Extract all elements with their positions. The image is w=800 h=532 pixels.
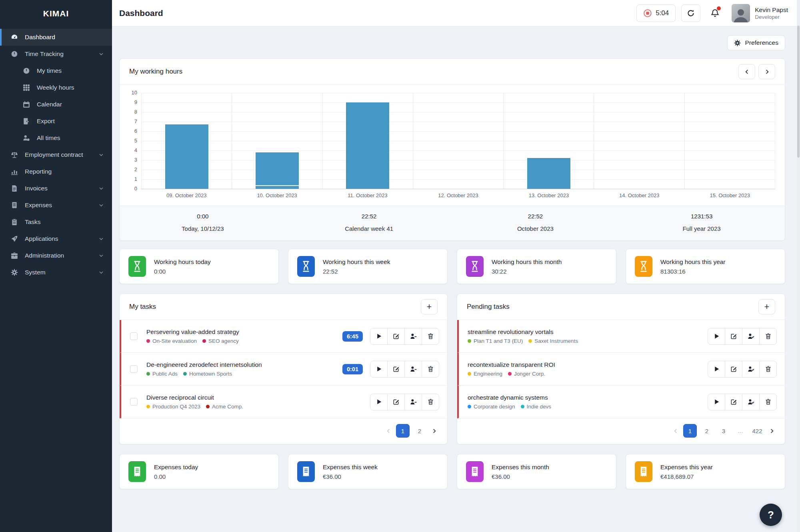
edit-button[interactable] — [725, 328, 742, 345]
sidebar-item-dashboard[interactable]: Dashboard — [0, 29, 112, 46]
page-button-1[interactable]: 1 — [683, 424, 697, 438]
sidebar-item-expenses[interactable]: Expenses — [0, 197, 112, 214]
sidebar-item-applications[interactable]: Applications — [0, 230, 112, 247]
user-minus-button[interactable] — [404, 394, 422, 410]
sidebar-item-employment-contract[interactable]: Employment contract — [0, 146, 112, 163]
briefcase-icon — [11, 252, 18, 259]
task-title[interactable]: Persevering value-added strategy — [146, 328, 342, 336]
chart-day-column — [503, 93, 594, 189]
add-task-button[interactable]: + — [758, 299, 775, 314]
bar[interactable] — [256, 186, 299, 189]
task-title[interactable]: orchestrate dynamic systems — [468, 394, 708, 401]
page-button-2[interactable]: 2 — [413, 424, 426, 438]
bar[interactable] — [256, 152, 299, 185]
refresh-button[interactable] — [681, 4, 700, 22]
stat-label: Expenses this year — [660, 464, 713, 471]
user-clock-icon — [23, 134, 30, 142]
preferences-button[interactable]: Preferences — [727, 35, 785, 50]
x-tick-label: 11. October 2023 — [322, 192, 413, 198]
task-title[interactable]: streamline revolutionary vortals — [468, 328, 708, 336]
y-tick-label: 5 — [134, 138, 137, 144]
sidebar-item-weekly-hours[interactable]: Weekly hours — [0, 79, 112, 96]
task-title[interactable]: Diverse reciprocal circuit — [146, 394, 370, 401]
page-button-3[interactable]: 3 — [717, 424, 730, 438]
task-checkbox[interactable] — [130, 365, 138, 373]
sidebar-item-label: Calendar — [37, 101, 104, 108]
edit-button[interactable] — [387, 361, 405, 378]
play-button[interactable] — [370, 328, 388, 345]
user-check-icon — [748, 366, 754, 372]
page-prev-button[interactable] — [384, 424, 393, 438]
sidebar-item-reporting[interactable]: Reporting — [0, 163, 112, 180]
user-check-button[interactable] — [742, 394, 760, 410]
bar[interactable] — [346, 102, 389, 189]
preferences-label: Preferences — [745, 39, 778, 46]
page-button-422[interactable]: 422 — [750, 424, 764, 438]
sidebar-item-time-tracking[interactable]: Time Tracking — [0, 46, 112, 62]
trash-button[interactable] — [759, 328, 777, 345]
vertical-scrollbar[interactable] — [797, 0, 800, 532]
play-button[interactable] — [370, 394, 388, 410]
active-timer-button[interactable]: 5:04 — [636, 4, 676, 22]
add-task-button[interactable]: + — [421, 299, 438, 314]
play-button[interactable] — [708, 394, 725, 410]
chart-day-column — [322, 93, 413, 189]
task-checkbox[interactable] — [130, 332, 138, 340]
sidebar-item-tasks[interactable]: Tasks — [0, 214, 112, 230]
chart-prev-button[interactable] — [738, 64, 755, 79]
sidebar-item-export[interactable]: Export — [0, 113, 112, 130]
task-row: orchestrate dynamic systems Corporate de… — [457, 386, 785, 418]
help-button[interactable]: ? — [760, 504, 782, 526]
play-icon — [376, 333, 382, 340]
scrollbar-thumb[interactable] — [797, 26, 800, 158]
sidebar-item-administration[interactable]: Administration — [0, 247, 112, 264]
trash-button[interactable] — [759, 361, 777, 378]
page-prev-button[interactable] — [671, 424, 680, 438]
page-next-button[interactable] — [430, 424, 438, 438]
user-menu[interactable]: Kevin Papst Developer — [732, 4, 788, 22]
sidebar-item-invoices[interactable]: Invoices — [0, 180, 112, 197]
hourglass-icon — [635, 256, 652, 277]
y-tick-label: 1 — [134, 176, 137, 182]
trash-button[interactable] — [422, 394, 439, 410]
sidebar-item-calendar[interactable]: Calendar — [0, 96, 112, 113]
edit-button[interactable] — [387, 394, 405, 410]
page-button-2[interactable]: 2 — [700, 424, 714, 438]
user-check-button[interactable] — [742, 361, 760, 378]
task-title[interactable]: recontextualize transparent ROI — [468, 361, 708, 368]
receipt-stat-icon — [297, 461, 315, 482]
tag-dot — [183, 372, 187, 376]
user-minus-button[interactable] — [404, 361, 422, 378]
grid-icon — [23, 84, 30, 91]
expenses-stats-row: Expenses today 0.00 Expenses this week €… — [119, 454, 785, 489]
edit-button[interactable] — [725, 361, 742, 378]
x-tick-label: 10. October 2023 — [232, 192, 322, 198]
x-tick-label: 12. October 2023 — [413, 192, 503, 198]
trash-button[interactable] — [759, 394, 777, 410]
page-next-button[interactable] — [767, 424, 776, 438]
task-actions — [370, 361, 439, 378]
stop-circle-icon — [643, 9, 652, 18]
task-checkbox[interactable] — [130, 398, 138, 406]
edit-button[interactable] — [725, 394, 742, 410]
play-button[interactable] — [708, 328, 725, 345]
play-icon — [713, 333, 720, 340]
user-check-button[interactable] — [742, 328, 760, 345]
sidebar-item-all-times[interactable]: All times — [0, 130, 112, 146]
chart-next-button[interactable] — [758, 64, 775, 79]
bar[interactable] — [527, 158, 570, 189]
bar[interactable] — [165, 124, 208, 189]
trash-button[interactable] — [422, 328, 439, 345]
sidebar-item-system[interactable]: System — [0, 264, 112, 281]
play-button[interactable] — [370, 361, 388, 378]
page-title: Dashboard — [119, 8, 163, 18]
sidebar-item-my-times[interactable]: My times — [0, 62, 112, 79]
y-axis: 109876543210 — [124, 93, 141, 189]
page-button-1[interactable]: 1 — [396, 424, 410, 438]
edit-button[interactable] — [387, 328, 405, 345]
user-minus-button[interactable] — [404, 328, 422, 345]
play-button[interactable] — [708, 361, 725, 378]
task-title[interactable]: De-engineered zerodefect internetsolutio… — [146, 361, 342, 368]
trash-button[interactable] — [422, 361, 439, 378]
notifications-button[interactable] — [706, 4, 724, 22]
